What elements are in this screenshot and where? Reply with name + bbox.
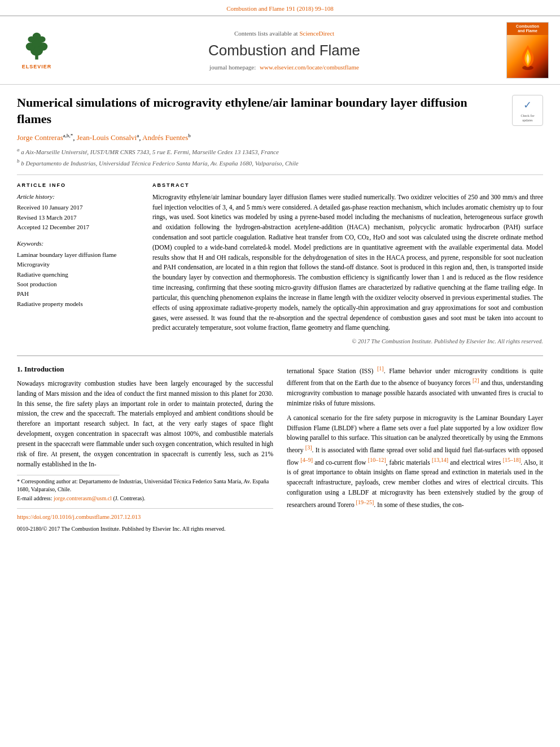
cover-title: Combustionand Flame <box>516 24 539 34</box>
keyword-1: Laminar boundary layer diffusion flame <box>17 251 141 259</box>
title-row: Numerical simulations of microgravity et… <box>17 95 543 127</box>
abstract-text: Microgravity ethylene/air laminar bounda… <box>152 193 543 333</box>
intro-para-right-1: ternational Space Station (ISS) [1]. Fla… <box>287 364 543 409</box>
journal-volume-link[interactable]: Combustion and Flame 191 (2018) 99–108 <box>226 5 334 12</box>
elsevier-text: ELSEVIER <box>22 63 52 71</box>
cover-orange-bar: Combustionand Flame <box>507 23 548 35</box>
section-divider-1 <box>17 174 543 175</box>
affiliations: a a Aix-Marseille Université, IUST/UMR C… <box>17 146 543 168</box>
history-label: Article history: <box>17 193 141 201</box>
author-contreras[interactable]: Jorge Contreras <box>17 133 63 142</box>
intro-right-column: ternational Space Station (ISS) [1]. Fla… <box>287 364 543 533</box>
author-fuentes-sup: b <box>188 133 191 138</box>
abstract-column: ABSTRACT Microgravity ethylene/air lamin… <box>152 182 543 346</box>
author-consalvi[interactable]: Jean-Louis Consalvi <box>77 133 137 142</box>
keyword-2: Microgravity <box>17 260 141 269</box>
paper-content: Numerical simulations of microgravity et… <box>0 95 560 533</box>
intro-para-right-2: A canonical scenario for the fire safety… <box>287 413 543 510</box>
elsevier-tree-icon <box>20 31 54 62</box>
ref-13-14[interactable]: [13,14] <box>432 457 448 463</box>
journal-cover-thumbnail: Combustionand Flame <box>506 22 549 78</box>
authors-line: Jorge Contrerasa,b,*, Jean-Louis Consalv… <box>17 132 543 143</box>
introduction-section: 1. Introduction Nowadays microgravity co… <box>17 364 543 533</box>
author-contreras-sup: a,b,* <box>63 133 73 138</box>
footnote-divider <box>17 475 120 475</box>
cover-flame-svg <box>517 42 539 71</box>
keyword-6: Radiative property models <box>17 300 141 308</box>
affil-b: b b Departamento de Industrias, Universi… <box>17 158 543 168</box>
article-info-column: ARTICLE INFO Article history: Received 1… <box>17 182 141 346</box>
footnote-corresponding: * Corresponding author at: Departamento … <box>17 478 273 493</box>
intro-divider <box>17 355 543 356</box>
keyword-4: Soot production <box>17 280 141 289</box>
revised-date: Revised 13 March 2017 <box>17 213 141 222</box>
article-info-abstract-columns: ARTICLE INFO Article history: Received 1… <box>17 182 543 346</box>
issn-line: 0010-2180/© 2017 The Combustion Institut… <box>17 524 273 533</box>
keywords-section: Keywords: Laminar boundary layer diffusi… <box>17 239 141 308</box>
ref-10-12[interactable]: [10–12] <box>368 457 386 463</box>
top-journal-link: Combustion and Flame 191 (2018) 99–108 <box>0 0 560 15</box>
ref-1[interactable]: [1] <box>377 365 384 372</box>
intro-para-1: Nowadays microgravity combustion studies… <box>17 379 273 469</box>
footnote-email: E-mail address: jorge.contrerasm@usm.cl … <box>17 495 273 503</box>
keyword-3: Radiative quenching <box>17 270 141 279</box>
journal-homepage-link[interactable]: www.elsevier.com/locate/combustflame <box>260 64 359 71</box>
doi-section: https://doi.org/10.1016/j.combustflame.2… <box>17 508 273 522</box>
received-date: Received 10 January 2017 <box>17 203 141 212</box>
ref-4-9[interactable]: [4–9] <box>300 457 313 463</box>
ref-19-25[interactable]: [19–25] <box>356 499 374 505</box>
author-consalvi-sup: a <box>137 133 139 138</box>
cover-image <box>507 35 548 78</box>
affil-a: a a Aix-Marseille Université, IUST/UMR C… <box>17 146 543 156</box>
ref-15-18[interactable]: [15–18] <box>503 457 521 463</box>
journal-title-heading: Combustion and Flame <box>62 40 506 60</box>
svg-point-7 <box>33 32 41 40</box>
header-center: Contents lists available at ScienceDirec… <box>62 29 506 72</box>
intro-heading: 1. Introduction <box>17 364 273 374</box>
check-updates-text: Check forupdates <box>521 113 535 123</box>
abstract-label: ABSTRACT <box>152 182 543 189</box>
paper-title: Numerical simulations of microgravity et… <box>17 95 480 127</box>
accepted-date: Accepted 12 December 2017 <box>17 223 141 231</box>
copyright-line: © 2017 The Combustion Institute. Publish… <box>152 338 543 346</box>
journal-header: ELSEVIER Contents lists available at Sci… <box>0 15 560 85</box>
check-updates-icon: ✓ <box>523 98 532 112</box>
ref-3[interactable]: [3] <box>305 444 312 451</box>
email-link[interactable]: jorge.contrerasm@usm.cl <box>54 495 112 501</box>
article-info-label: ARTICLE INFO <box>17 182 141 189</box>
homepage-link-container: journal homepage: www.elsevier.com/locat… <box>62 63 506 72</box>
author-fuentes[interactable]: Andrés Fuentes <box>142 133 188 142</box>
keywords-label: Keywords: <box>17 239 141 248</box>
elsevier-logo: ELSEVIER <box>11 31 62 71</box>
sciencedirect-link[interactable]: ScienceDirect <box>299 30 334 37</box>
intro-left-column: 1. Introduction Nowadays microgravity co… <box>17 364 273 533</box>
keyword-5: PAH <box>17 290 141 298</box>
contents-available: Contents lists available at ScienceDirec… <box>62 29 506 38</box>
ref-2[interactable]: [2] <box>473 377 479 383</box>
doi-link[interactable]: https://doi.org/10.1016/j.combustflame.2… <box>17 514 141 520</box>
check-updates-badge[interactable]: ✓ Check forupdates <box>512 95 543 126</box>
